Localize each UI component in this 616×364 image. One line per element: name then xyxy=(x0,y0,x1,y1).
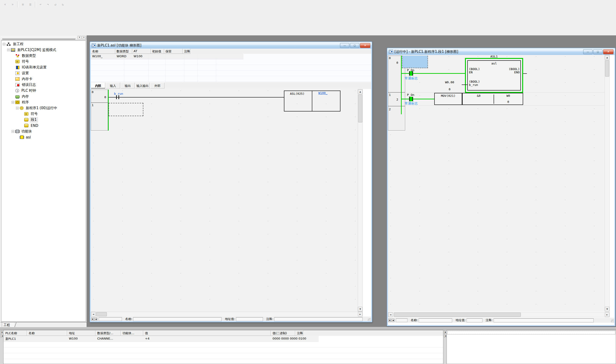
indent-left-button[interactable]: « xyxy=(2,1,9,8)
tree-expander-icon[interactable] xyxy=(12,101,14,104)
restore-button[interactable]: ◻ xyxy=(350,43,359,48)
panel-chevron-button[interactable]: ▾ xyxy=(77,36,81,39)
column-header[interactable]: 功能块... xyxy=(121,330,143,336)
tab-input[interactable]: 输入 xyxy=(106,83,120,89)
column-header[interactable]: 数据类型 xyxy=(115,49,132,54)
address-value-field[interactable] xyxy=(467,318,482,322)
instruction-mnemonic[interactable]: MOV(021) xyxy=(434,94,462,98)
fb-window-titlebar[interactable]: 新PLC1.asl [功能块 梯形图] — ◻ ✕ xyxy=(90,42,372,49)
tree-item-symbols[interactable]: 符号 xyxy=(1,59,86,65)
column-header[interactable]: 地址 xyxy=(67,330,95,336)
scroll-up-button[interactable]: ▲ xyxy=(358,89,363,94)
tree-item-programs[interactable]: 程序 xyxy=(1,99,86,105)
contact-label[interactable]: b_run xyxy=(114,92,123,95)
contact-label[interactable]: P_On xyxy=(407,93,414,97)
output-selected-row[interactable] xyxy=(447,331,615,334)
watch-cell[interactable] xyxy=(121,336,143,341)
tab-external[interactable]: 外部 xyxy=(150,83,165,89)
tab-internal[interactable]: 内部 xyxy=(91,83,105,89)
contact-b-run[interactable] xyxy=(116,95,119,99)
column-header[interactable]: 值 xyxy=(143,330,271,336)
empty-row[interactable] xyxy=(3,353,443,359)
fb-symbol-row[interactable]: W100_WORDW100 xyxy=(91,54,244,59)
watch-cell[interactable]: CHANNE... xyxy=(95,336,121,341)
status-collapse-button[interactable]: ◄ xyxy=(94,317,97,321)
empty-row[interactable] xyxy=(3,342,443,348)
watch-cell[interactable]: 0000 0000 0000 0100 xyxy=(271,336,295,341)
horizontal-scrollbar[interactable]: ◄ ► xyxy=(388,312,610,317)
column-header[interactable]: 注释 xyxy=(183,49,190,54)
minimize-button[interactable]: — xyxy=(583,49,592,54)
watch-cell[interactable] xyxy=(295,336,297,341)
watch-cell[interactable] xyxy=(27,336,67,341)
status-close-button[interactable]: x xyxy=(388,319,391,322)
tree-item-section1[interactable]: 段1 xyxy=(1,117,86,123)
trace-a-button[interactable]: ↶ xyxy=(37,1,44,8)
comment-field[interactable] xyxy=(494,318,594,322)
column-header[interactable]: 数据类型/... xyxy=(95,330,121,336)
vertical-scrollbar[interactable]: ▲ ▼ xyxy=(604,55,610,312)
tree-item-fb-asl[interactable]: asl xyxy=(1,134,86,140)
watch-cell[interactable]: W100 xyxy=(67,336,95,341)
status-close-button[interactable]: x xyxy=(91,317,94,321)
fb-ladder-editor[interactable]: 0 0 1 b_run ASL(025) W100_ ▲ ▼ xyxy=(91,89,363,312)
rung-margin[interactable] xyxy=(91,103,108,130)
empty-row[interactable] xyxy=(91,65,371,71)
scroll-up-button[interactable]: ▲ xyxy=(605,55,609,60)
fb-instance-label[interactable]: ASL1 xyxy=(465,55,523,58)
minimize-button[interactable]: — xyxy=(340,43,349,48)
panel-grip[interactable] xyxy=(1,36,86,40)
scroll-right-button[interactable]: ► xyxy=(358,312,363,316)
tree-item-program1[interactable]: 新程序1 (00)运行中 xyxy=(1,105,86,111)
tree-item-memory[interactable]: 内存 xyxy=(1,93,86,99)
scroll-down-button[interactable]: ▼ xyxy=(358,307,363,312)
name-field[interactable] xyxy=(419,318,452,322)
ladder-cursor-cell[interactable] xyxy=(402,56,428,68)
column-header[interactable]: 保留 xyxy=(164,49,183,54)
watch-row[interactable]: 新PLC1W100CHANNE...+40000 0000 0000 0100 xyxy=(3,336,319,342)
tree-item-error-log[interactable]: 错误日志 xyxy=(1,82,86,88)
tree-expander-icon[interactable] xyxy=(7,49,10,51)
comment-field[interactable] xyxy=(274,317,363,321)
operand-1[interactable]: &0 xyxy=(465,94,493,98)
tab-output[interactable]: 输出 xyxy=(121,83,135,89)
trace-b-button[interactable]: ↷ xyxy=(44,1,51,8)
symbol-cell[interactable] xyxy=(151,54,164,59)
tab-input-output[interactable]: 输入输出 xyxy=(135,83,150,89)
tree-item-settings[interactable]: 设置 xyxy=(1,70,86,76)
vertical-scrollbar[interactable]: ▲ ▼ xyxy=(358,89,363,312)
trace-d-button[interactable]: ↻ xyxy=(59,1,66,8)
empty-row[interactable] xyxy=(91,76,371,82)
empty-row[interactable] xyxy=(91,71,371,76)
empty-row[interactable] xyxy=(3,348,443,353)
tree-item-io-table[interactable]: IO表和单元设置 xyxy=(1,65,86,70)
monitor-window-titlebar[interactable]: [运行中] - 新PLC1.新程序1.段1 [梯形图] — ◻ ✕ xyxy=(387,48,615,55)
watch-cell[interactable]: +4 xyxy=(143,336,271,341)
scroll-left-button[interactable]: ◄ xyxy=(91,312,96,316)
tree-expander-icon[interactable] xyxy=(3,43,5,45)
trace-c-button[interactable]: ↺ xyxy=(52,1,59,8)
empty-row[interactable] xyxy=(91,59,371,65)
scrollbar-thumb[interactable] xyxy=(358,94,362,122)
tree-expander-icon[interactable] xyxy=(12,130,14,133)
restore-button[interactable]: ◻ xyxy=(593,49,603,54)
symbol-cell[interactable]: W100_ xyxy=(91,54,115,59)
detail-view-button[interactable]: ≣ xyxy=(27,1,34,8)
column-header[interactable]: PLC名称 xyxy=(3,330,27,336)
watch-cell[interactable]: 新PLC1 xyxy=(3,336,27,341)
symbol-cell[interactable]: W100 xyxy=(132,54,151,59)
tree-expander-icon[interactable] xyxy=(16,107,19,109)
tree-item-new-project[interactable]: 新工程 xyxy=(1,41,86,47)
column-header[interactable]: 初始值 xyxy=(151,49,164,54)
tree-item-plc-clock[interactable]: PLC 时钟 xyxy=(1,88,86,93)
name-field[interactable] xyxy=(133,317,221,321)
column-header[interactable]: 名称 xyxy=(91,49,115,54)
scroll-down-button[interactable]: ▼ xyxy=(605,307,609,312)
list-view-button[interactable]: ≡ xyxy=(19,1,26,8)
fb-input-address[interactable]: W0.00 xyxy=(440,80,459,84)
close-button[interactable]: ✕ xyxy=(360,43,370,48)
scrollbar-thumb[interactable] xyxy=(394,312,521,317)
column-header[interactable]: AT xyxy=(132,49,151,54)
symbol-cell[interactable] xyxy=(164,54,183,59)
column-header[interactable]: 名称 xyxy=(27,330,67,336)
